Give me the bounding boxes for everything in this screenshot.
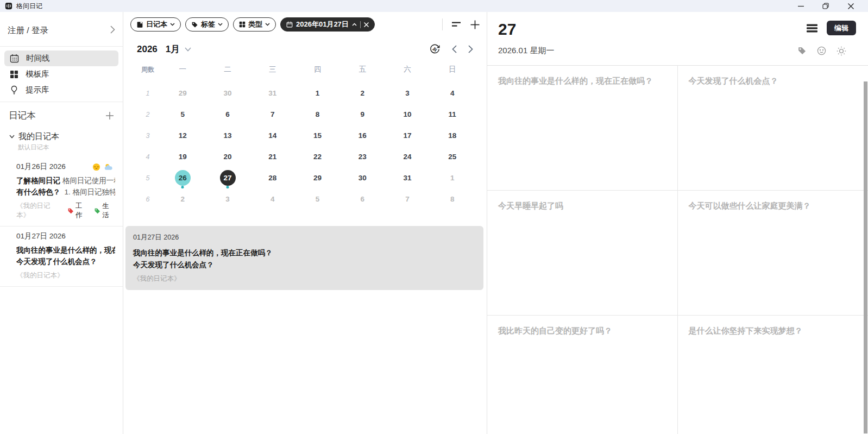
timeline-entry[interactable]: 01月26日 2026 了解格间日记 — [0, 157, 123, 226]
entry-detail-panel: 27 编辑 2026.01 星期一 — [487, 12, 868, 434]
add-entry-button[interactable] — [470, 20, 480, 29]
calendar-day[interactable]: 19 — [160, 146, 205, 167]
filter-notebook[interactable]: 日记本 — [130, 17, 181, 32]
weather-icon — [104, 163, 113, 171]
sidebar-item-prompts[interactable]: 提示库 — [4, 82, 118, 98]
tag-icon — [191, 21, 198, 28]
calendar-day[interactable]: 14 — [250, 125, 295, 146]
tag-icon[interactable] — [797, 46, 807, 55]
calendar-day[interactable]: 8 — [295, 104, 340, 125]
calendar-day[interactable]: 3 — [385, 83, 430, 104]
sidebar-item-timeline[interactable]: 时间线 — [4, 51, 118, 66]
calendar-day[interactable]: 18 — [430, 125, 475, 146]
prompt-cell[interactable]: 今天早睡早起了吗 — [487, 191, 678, 316]
calendar-day[interactable]: 1 — [430, 167, 475, 188]
calendar-day[interactable]: 20 — [205, 146, 250, 167]
next-month-button[interactable] — [468, 45, 473, 53]
tag-work[interactable]: 工作 — [67, 202, 89, 220]
week-number: 6 — [135, 188, 160, 210]
close-button[interactable] — [838, 0, 863, 12]
login-button[interactable]: 注册 / 登录 — [0, 23, 123, 46]
sidebar-item-label: 提示库 — [26, 85, 49, 95]
calendar-day[interactable]: 10 — [385, 104, 430, 125]
calendar-day[interactable]: 2 — [340, 83, 385, 104]
calendar-day[interactable]: 28 — [250, 167, 295, 188]
month-dropdown[interactable] — [185, 47, 191, 52]
sort-icon[interactable] — [452, 21, 461, 28]
calendar-day[interactable]: 25 — [430, 146, 475, 167]
calendar-day[interactable]: 12 — [160, 125, 205, 146]
today-button[interactable]: 今 — [429, 43, 441, 55]
calendar-day[interactable]: 8 — [430, 188, 475, 210]
calendar-day[interactable]: 11 — [430, 104, 475, 125]
calendar-day[interactable]: 7 — [250, 104, 295, 125]
notebook-name: 我的日记本 — [18, 131, 59, 142]
filter-tag[interactable]: 标签 — [185, 17, 229, 32]
weekday-label: 一 — [160, 62, 205, 77]
prompt-grid: 我向往的事业是什么样的，现在正在做吗？ 今天发现了什么机会点？ 今天早睡早起了吗… — [487, 66, 868, 434]
calendar-day[interactable]: 30 — [340, 167, 385, 188]
calendar-day[interactable]: 6 — [205, 104, 250, 125]
preview-line: 我向往的事业是什么样的，现在正在做吗？ — [133, 247, 476, 259]
edit-button[interactable]: 编辑 — [827, 21, 856, 35]
calendar-day[interactable]: 1 — [295, 83, 340, 104]
close-icon[interactable] — [364, 22, 369, 27]
calendar-day[interactable]: 30 — [205, 83, 250, 104]
menu-icon[interactable] — [807, 24, 817, 33]
sidebar-item-label: 模板库 — [26, 69, 49, 79]
calendar-day[interactable]: 21 — [250, 146, 295, 167]
lightbulb-icon — [10, 85, 18, 95]
calendar-day[interactable]: 5 — [160, 104, 205, 125]
calendar-day[interactable]: 4 — [430, 83, 475, 104]
mood-icon[interactable] — [817, 46, 826, 55]
calendar-day[interactable]: 6 — [340, 188, 385, 210]
prompt-cell[interactable]: 我比昨天的自己变的更好了吗？ — [487, 316, 678, 434]
calendar-day[interactable]: 23 — [340, 146, 385, 167]
calendar-day[interactable]: 4 — [250, 188, 295, 210]
calendar-day[interactable]: 26 — [160, 167, 205, 188]
chevron-down-icon — [265, 23, 270, 26]
restore-button[interactable] — [813, 0, 838, 12]
calendar-day[interactable]: 2 — [160, 188, 205, 210]
scrollbar[interactable] — [864, 81, 867, 433]
prompt-cell[interactable]: 今天发现了什么机会点？ — [678, 66, 868, 191]
week-number: 3 — [135, 125, 160, 146]
calendar-day[interactable]: 27 — [205, 167, 250, 188]
calendar-day[interactable]: 13 — [205, 125, 250, 146]
sidebar-item-templates[interactable]: 模板库 — [4, 66, 118, 82]
calendar-day[interactable]: 5 — [295, 188, 340, 210]
calendar-day[interactable]: 17 — [385, 125, 430, 146]
chevron-down-icon — [170, 23, 175, 26]
notebook-item[interactable]: 我的日记本 — [0, 127, 123, 142]
filter-date-active[interactable]: 2026年01月27日 — [280, 17, 375, 32]
calendar-icon — [10, 54, 19, 63]
calendar-day[interactable]: 22 — [295, 146, 340, 167]
tag-life[interactable]: 生活 — [94, 202, 115, 220]
mood-emoji-icon — [92, 163, 100, 171]
calendar-day[interactable]: 29 — [295, 167, 340, 188]
prev-month-button[interactable] — [452, 45, 457, 53]
calendar-day[interactable]: 7 — [385, 188, 430, 210]
add-notebook-button[interactable] — [105, 111, 114, 120]
prompt-cell[interactable]: 今天可以做些什么让家庭更美满？ — [678, 191, 868, 316]
weekday-label: 五 — [340, 62, 385, 77]
entry-preview-card[interactable]: 01月27日 2026 我向往的事业是什么样的，现在正在做吗？ 今天发现了什么机… — [125, 226, 483, 290]
calendar-day[interactable]: 15 — [295, 125, 340, 146]
minimize-button[interactable] — [788, 0, 813, 12]
calendar-day[interactable]: 3 — [205, 188, 250, 210]
prompt-cell[interactable]: 我向往的事业是什么样的，现在正在做吗？ — [487, 66, 678, 191]
calendar-day[interactable]: 29 — [160, 83, 205, 104]
weather-icon[interactable] — [836, 46, 846, 56]
prompt-cell[interactable]: 是什么让你坚持下来实现梦想？ — [678, 316, 868, 434]
weekday-label: 六 — [385, 62, 430, 77]
calendar-day[interactable]: 9 — [340, 104, 385, 125]
calendar-day[interactable]: 16 — [340, 125, 385, 146]
timeline-entry[interactable]: 01月27日 2026 我向往的事业是什么样的，现在… 今天发现了什么机会点？ … — [0, 226, 123, 286]
filter-bar: 日记本 标签 类型 — [123, 12, 487, 34]
calendar-day[interactable]: 31 — [250, 83, 295, 104]
calendar-day[interactable]: 24 — [385, 146, 430, 167]
weekday-label: 二 — [205, 62, 250, 77]
detail-day-number: 27 — [498, 21, 516, 38]
filter-type[interactable]: 类型 — [233, 17, 276, 32]
calendar-day[interactable]: 31 — [385, 167, 430, 188]
